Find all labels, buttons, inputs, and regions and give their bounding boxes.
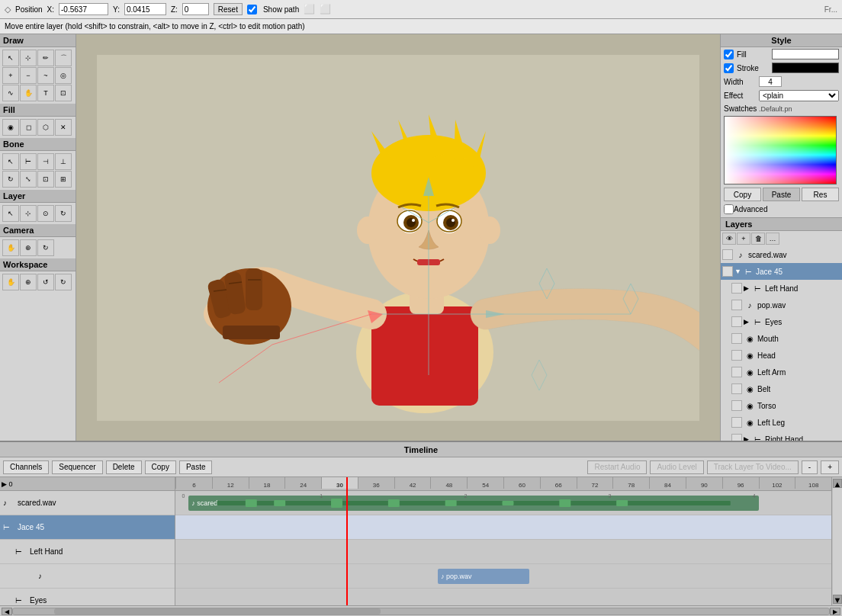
tool-camera-zoom[interactable]: ⊕ bbox=[20, 239, 37, 256]
paste-button[interactable]: Paste bbox=[763, 188, 800, 201]
layer-head[interactable]: ◉ Head bbox=[721, 347, 842, 364]
tl-label-pop[interactable]: ♪ bbox=[0, 564, 175, 589]
tool-delete-fill[interactable]: ✕ bbox=[55, 119, 72, 136]
layer-belt[interactable]: ◉ Belt bbox=[721, 380, 842, 397]
tool-delete-point[interactable]: − bbox=[20, 67, 37, 84]
show-path-checkbox[interactable] bbox=[247, 5, 257, 14]
fill-checkbox[interactable] bbox=[724, 50, 734, 59]
tool-ws-hand[interactable]: ✋ bbox=[2, 274, 19, 290]
scared-wav-clip[interactable]: ♪ scared.wav bbox=[188, 496, 759, 511]
hscroll-thumb[interactable] bbox=[54, 608, 381, 614]
tool-bone-strength[interactable]: ⊞ bbox=[55, 171, 72, 188]
tool-layer-zoom[interactable]: ⊙ bbox=[37, 205, 54, 222]
swatches-row: Swatches .Default.pn bbox=[721, 103, 842, 114]
tool-ws-undo[interactable]: ↺ bbox=[37, 274, 54, 290]
tool-bezier[interactable]: ⌒ bbox=[55, 50, 72, 66]
tool-curvature[interactable]: ~ bbox=[37, 67, 54, 84]
tool-noise[interactable]: ∿ bbox=[2, 85, 19, 101]
vscroll-up[interactable]: ▲ bbox=[833, 479, 842, 488]
reset-style-button[interactable]: Res bbox=[802, 188, 839, 201]
y-input[interactable] bbox=[124, 3, 166, 15]
tool-bone-scale[interactable]: ⤡ bbox=[20, 171, 37, 188]
copy-button[interactable]: Copy bbox=[724, 188, 761, 201]
tool-select-shape[interactable]: ◻ bbox=[20, 119, 37, 136]
layer-delete-btn[interactable]: 🗑 bbox=[751, 233, 765, 245]
tool-bone-reparent[interactable]: ⊣ bbox=[37, 153, 54, 170]
track-layer-btn[interactable]: Track Layer To Video... bbox=[707, 460, 799, 474]
fill-color-swatch[interactable] bbox=[772, 49, 839, 59]
hscroll-left[interactable]: ◀ bbox=[2, 608, 12, 615]
layer-pop-wav[interactable]: ♪ pop.wav bbox=[721, 297, 842, 313]
tool-ws-redo[interactable]: ↻ bbox=[55, 274, 72, 290]
tool-magnet[interactable]: ◎ bbox=[55, 67, 72, 84]
tl-label-left-hand[interactable]: ⊢ Left Hand bbox=[0, 540, 175, 564]
width-input[interactable] bbox=[759, 76, 782, 87]
pop-wav-clip[interactable]: ♪ pop.wav bbox=[438, 569, 529, 584]
stroke-color-swatch[interactable] bbox=[772, 63, 839, 73]
layer-add-btn[interactable]: + bbox=[737, 233, 750, 245]
hscroll-track[interactable] bbox=[12, 608, 830, 615]
tool-bone-rotate[interactable]: ↻ bbox=[2, 171, 19, 188]
tool-bone-ik[interactable]: ⊥ bbox=[55, 153, 72, 170]
layer-left-arm[interactable]: ◉ Left Arm bbox=[721, 364, 842, 380]
layer-vis-icon bbox=[731, 434, 742, 441]
restart-audio-btn[interactable]: Restart Audio bbox=[587, 460, 647, 474]
timeline-header: Timeline bbox=[0, 442, 842, 457]
zoom-in-btn[interactable]: + bbox=[821, 460, 839, 474]
tool-layer-move[interactable]: ⊹ bbox=[20, 205, 37, 222]
tool-layer-select[interactable]: ↖ bbox=[2, 205, 19, 222]
vscroll-down[interactable]: ▼ bbox=[833, 595, 842, 604]
layer-settings-btn[interactable]: … bbox=[766, 233, 779, 245]
advanced-checkbox[interactable] bbox=[724, 204, 734, 214]
x-input[interactable] bbox=[59, 3, 108, 15]
layer-name: pop.wav bbox=[757, 301, 786, 310]
ruler-mark: 84 bbox=[649, 477, 686, 489]
tool-bone-select[interactable]: ↖ bbox=[2, 153, 19, 170]
layer-scared-wav[interactable]: ♪ scared.wav bbox=[721, 246, 842, 263]
tool-pen[interactable]: ✏ bbox=[37, 50, 54, 66]
z-input[interactable] bbox=[182, 3, 209, 15]
bottom-section: Timeline Channels Sequencer Delete Copy … bbox=[0, 441, 842, 616]
stroke-checkbox[interactable] bbox=[724, 63, 734, 73]
tool-hand[interactable]: ✋ bbox=[20, 85, 37, 101]
channels-tab[interactable]: Channels bbox=[3, 460, 49, 474]
tl-label-jace-45[interactable]: ⊢ Jace 45 bbox=[0, 515, 175, 540]
tl-label-eyes[interactable]: ⊢ Eyes bbox=[0, 589, 175, 605]
tool-transform[interactable]: ⊹ bbox=[20, 50, 37, 66]
tool-misc[interactable]: ⊡ bbox=[55, 85, 72, 101]
tool-fill[interactable]: ◉ bbox=[2, 119, 19, 136]
tool-bone-create[interactable]: ⊢ bbox=[20, 153, 37, 170]
tool-layer-rotate[interactable]: ↻ bbox=[55, 205, 72, 222]
tool-bone-move[interactable]: ⊡ bbox=[37, 171, 54, 188]
tool-text[interactable]: T bbox=[37, 85, 54, 101]
sequencer-tab[interactable]: Sequencer bbox=[52, 460, 102, 474]
delete-btn[interactable]: Delete bbox=[106, 460, 142, 474]
layer-jace-45[interactable]: ▼ ⊢ Jace 45 bbox=[721, 263, 842, 280]
tool-add-point[interactable]: + bbox=[2, 67, 19, 84]
tool-paint[interactable]: ⬡ bbox=[37, 119, 54, 136]
tl-label-scared-wav[interactable]: ♪ scared.wav bbox=[0, 491, 175, 515]
tool-ws-zoom[interactable]: ⊕ bbox=[20, 274, 37, 290]
hscroll-right[interactable]: ▶ bbox=[830, 608, 840, 615]
copy-btn[interactable]: Copy bbox=[145, 460, 176, 474]
layer-right-hand[interactable]: ▶ ⊢ Right Hand bbox=[721, 431, 842, 441]
tool-arrow[interactable]: ↖ bbox=[2, 50, 19, 66]
camera-section-header: Camera bbox=[0, 224, 76, 237]
layer-left-hand[interactable]: ▶ ⊢ Left Hand bbox=[721, 280, 842, 297]
layer-eyes[interactable]: ▶ ⊢ Eyes bbox=[721, 313, 842, 330]
playhead[interactable] bbox=[346, 477, 348, 605]
tool-camera-orbit[interactable]: ↻ bbox=[37, 239, 54, 256]
layer-torso[interactable]: ◉ Torso bbox=[721, 397, 842, 414]
layer-left-leg[interactable]: ◉ Left Leg bbox=[721, 414, 842, 431]
reset-button[interactable]: Reset bbox=[214, 3, 243, 15]
timeline-vscroll[interactable]: ▲ ▼ bbox=[831, 477, 842, 605]
audio-level-btn[interactable]: Audio Level bbox=[650, 460, 703, 474]
layer-visibility-btn[interactable]: 👁 bbox=[722, 233, 736, 245]
paste-btn[interactable]: Paste bbox=[179, 460, 213, 474]
layer-vis-icon bbox=[731, 283, 742, 294]
zoom-out-btn[interactable]: - bbox=[802, 460, 818, 474]
tool-camera-pan[interactable]: ✋ bbox=[2, 239, 19, 256]
color-picker[interactable] bbox=[724, 116, 837, 184]
effect-select[interactable]: <plain blur glow bbox=[759, 90, 839, 101]
layer-mouth[interactable]: ◉ Mouth bbox=[721, 330, 842, 347]
